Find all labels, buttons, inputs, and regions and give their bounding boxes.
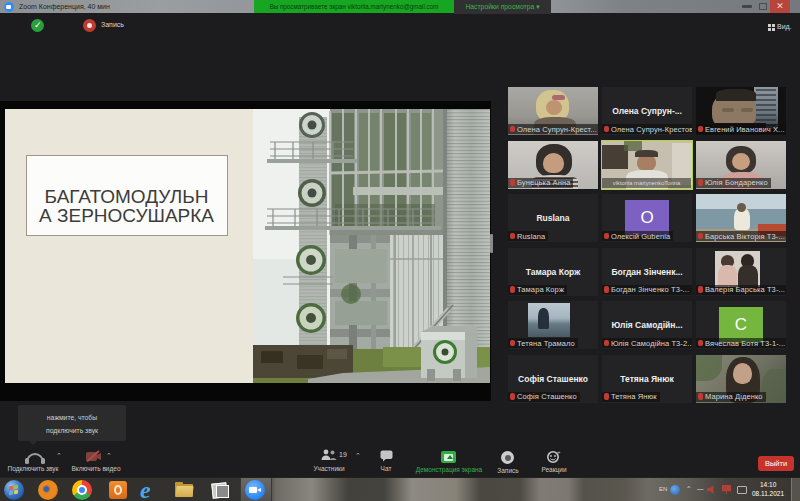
- svg-text:+: +: [557, 450, 561, 455]
